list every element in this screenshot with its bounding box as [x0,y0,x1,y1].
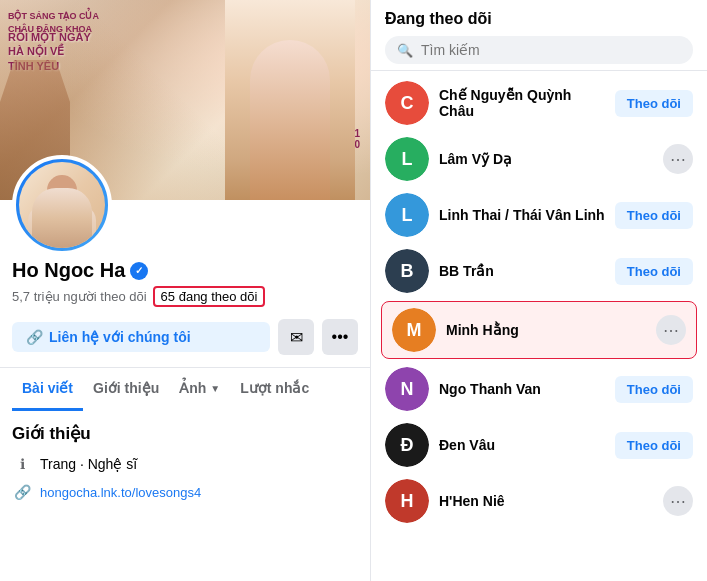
action-buttons: 🔗 Liên hệ với chúng tôi ✉ ••• [12,319,358,355]
intro-section: Giới thiệu ℹ Trang · Nghệ sĩ 🔗 hongocha.… [0,411,370,522]
profile-name: Ho Ngoc Ha ✓ [12,259,358,282]
profile-section [0,155,370,255]
person-avatar: M [392,308,436,352]
person-avatar: N [385,367,429,411]
person-name: Đen Vâu [439,437,605,453]
search-input[interactable] [421,42,681,58]
follow-button[interactable]: Theo dõi [615,376,693,403]
followers-line: 5,7 triệu người theo dõi 65 đang theo dõ… [12,286,358,307]
verified-icon: ✓ [130,262,148,280]
person-name: H'Hen Niê [439,493,653,509]
follow-button[interactable]: Theo dõi [615,202,693,229]
more-options-button[interactable]: ••• [322,319,358,355]
tab-mentions[interactable]: Lượt nhắc [230,368,319,411]
list-item[interactable]: CChế Nguyễn Quỳnh ChâuTheo dõi [371,75,707,131]
more-button[interactable]: ⋯ [656,315,686,345]
tab-photos[interactable]: Ảnh ▼ [169,368,230,411]
person-name: Chế Nguyễn Quỳnh Châu [439,87,605,119]
people-list: CChế Nguyễn Quỳnh ChâuTheo dõiLLâm Vỹ Dạ… [371,71,707,581]
following-badge: 65 đang theo dõi [153,286,266,307]
person-name: Minh Hằng [446,322,646,338]
nav-tabs: Bài viết Giới thiệu Ảnh ▼ Lượt nhắc [0,367,370,411]
list-item[interactable]: NNgo Thanh VanTheo dõi [371,361,707,417]
intro-link[interactable]: 🔗 hongocha.lnk.to/lovesongs4 [12,482,358,502]
person-avatar: C [385,81,429,125]
message-button[interactable]: ✉ [278,319,314,355]
avatar-wrapper [12,155,112,255]
link-icon: 🔗 [12,482,32,502]
search-box[interactable]: 🔍 [385,36,693,64]
search-icon: 🔍 [397,43,413,58]
chevron-down-icon: ▼ [210,383,220,394]
profile-info: Ho Ngoc Ha ✓ 5,7 triệu người theo dõi 65… [0,255,370,355]
person-avatar: B [385,249,429,293]
person-avatar: L [385,137,429,181]
follow-button[interactable]: Theo dõi [615,90,693,117]
follow-button[interactable]: Theo dõi [615,432,693,459]
following-header-title: Đang theo dõi [385,10,693,28]
list-item[interactable]: MMinh Hằng⋯ [381,301,697,359]
list-item[interactable]: HH'Hen Niê⋯ [371,473,707,529]
person-name: Ngo Thanh Van [439,381,605,397]
person-avatar: Đ [385,423,429,467]
following-header: Đang theo dõi 🔍 [371,0,707,71]
contact-button[interactable]: 🔗 Liên hệ với chúng tôi [12,322,270,352]
right-panel: Đang theo dõi 🔍 CChế Nguyễn Quỳnh ChâuTh… [370,0,707,581]
list-item[interactable]: ĐĐen VâuTheo dõi [371,417,707,473]
left-panel: BỘT SÁNG TẠO CỦACHÂU ĐĂNG KHOA RỒI MỘT N… [0,0,370,581]
more-button[interactable]: ⋯ [663,486,693,516]
person-name: BB Trần [439,263,605,279]
person-name: Lâm Vỹ Dạ [439,151,653,167]
list-item[interactable]: LLinh Thai / Thái Vân LinhTheo dõi [371,187,707,243]
tab-posts[interactable]: Bài viết [12,368,83,411]
person-avatar: L [385,193,429,237]
list-item[interactable]: LLâm Vỹ Dạ⋯ [371,131,707,187]
info-icon: ℹ [12,454,32,474]
tab-about[interactable]: Giới thiệu [83,368,169,411]
intro-title: Giới thiệu [12,423,358,444]
list-item[interactable]: BBB TrầnTheo dõi [371,243,707,299]
follow-button[interactable]: Theo dõi [615,258,693,285]
more-button[interactable]: ⋯ [663,144,693,174]
person-avatar: H [385,479,429,523]
avatar [19,162,105,248]
person-name: Linh Thai / Thái Vân Linh [439,207,605,223]
intro-page-type: ℹ Trang · Nghệ sĩ [12,454,358,474]
